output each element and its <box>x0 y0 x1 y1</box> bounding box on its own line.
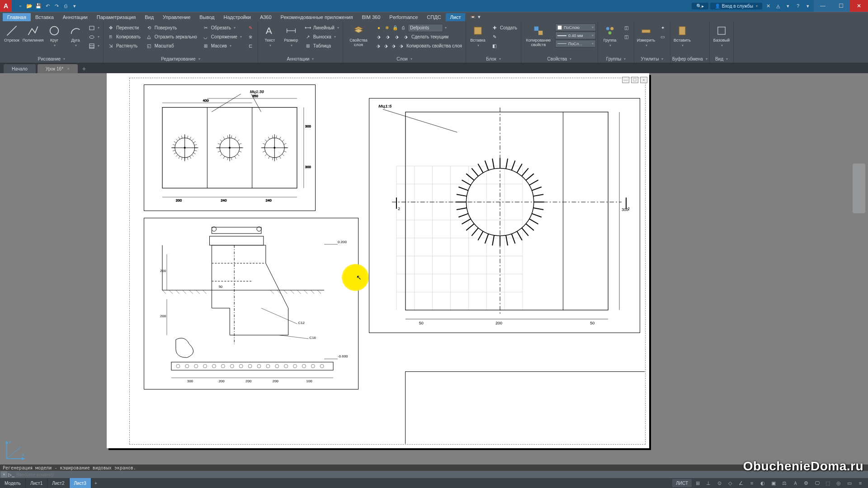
lw-icon[interactable]: ≡ <box>747 479 757 488</box>
tab-output[interactable]: Вывод <box>195 13 219 21</box>
command-input[interactable] <box>14 472 868 477</box>
match-props-button[interactable]: Копирование свойств <box>523 23 554 49</box>
doc-tab[interactable]: Урок 16*× <box>38 64 78 73</box>
fillet-button[interactable]: ◡Сопряжение▾ <box>200 33 244 41</box>
viewport-2[interactable]: 0.200 -0.600 C12 C16 50 300 200 200 200 … <box>144 218 359 389</box>
login-button[interactable]: 👤Вход в службы▾ <box>710 3 762 9</box>
qat-dropdown-icon[interactable]: ▾ <box>71 2 79 10</box>
freeze-icon[interactable]: ❄ <box>383 24 391 32</box>
layer-props-button[interactable]: Свойства слоя <box>345 23 372 49</box>
close-button[interactable]: ✕ <box>850 0 868 12</box>
plot-icon[interactable]: ⎙ <box>400 24 407 32</box>
tab-home[interactable]: Главная <box>3 13 31 21</box>
a360-icon[interactable]: ◬ <box>774 2 782 10</box>
rotate-button[interactable]: ⟲Повернуть <box>144 23 199 32</box>
layout-tab-1[interactable]: Лист1 <box>26 478 47 488</box>
viewport-4[interactable] <box>405 371 645 444</box>
tab-featured[interactable]: Рекомендованные приложения <box>276 13 358 21</box>
open-icon[interactable]: 📂 <box>25 2 33 10</box>
panel-view-title[interactable]: Вид▾ <box>712 55 731 63</box>
group-button[interactable]: Группа▾ <box>600 23 620 50</box>
arc-button[interactable]: Дуга▾ <box>66 23 85 50</box>
bulb-icon[interactable]: ● <box>375 24 382 32</box>
insert-block-button[interactable]: Вставка▾ <box>468 23 488 50</box>
viewport-3[interactable]: Мц1:5 <box>369 98 640 333</box>
array-button[interactable]: ⊞Массив▾ <box>200 42 244 50</box>
help-icon[interactable]: ? <box>794 2 802 10</box>
table-button[interactable]: ⊞Таблица <box>302 42 341 50</box>
tab-layout[interactable]: Лист <box>446 13 466 21</box>
baseview-button[interactable]: Базовый▾ <box>712 23 731 50</box>
panel-clip-title[interactable]: Буфер обмена▾ <box>672 55 708 63</box>
rect-icon[interactable]: ▾ <box>87 23 101 32</box>
new-icon[interactable]: ▫ <box>16 2 24 10</box>
space-mode-button[interactable]: ЛИСТ <box>672 479 692 487</box>
linear-dim-button[interactable]: ⟷Линейный▾ <box>302 23 341 32</box>
tab-manage[interactable]: Управление <box>158 13 195 21</box>
dimension-button[interactable]: Размер▾ <box>281 23 301 50</box>
clean-icon[interactable]: ▭ <box>844 479 854 488</box>
make-current-button[interactable]: ⬗⬗⬗⬗Сделать текущим <box>373 33 464 41</box>
grid-snap-icon[interactable]: ⊞ <box>693 479 703 488</box>
panel-layers-title[interactable]: Слои▾ <box>345 55 464 63</box>
tab-parametric[interactable]: Параметризация <box>92 13 140 21</box>
add-tab-button[interactable]: + <box>80 64 89 73</box>
start-tab[interactable]: Начало <box>4 64 36 73</box>
stretch-button[interactable]: ⇲Растянуть <box>105 42 142 50</box>
text-button[interactable]: AТекст▾ <box>260 23 280 50</box>
tab-plugin-icon[interactable]: 📼 ▾ <box>465 13 485 21</box>
tab-view[interactable]: Вид <box>140 13 158 21</box>
undo-icon[interactable]: ↶ <box>43 2 52 10</box>
viewport-1[interactable]: Мц1:30 400 350 300 <box>144 84 316 211</box>
paste-button[interactable]: Вставить▾ <box>672 23 692 50</box>
scale-icon[interactable]: ⚖ <box>779 479 789 488</box>
search-pill[interactable]: 🔍▸ <box>692 3 708 9</box>
ws-icon[interactable]: ⚙ <box>801 479 811 488</box>
vp-max-icon[interactable]: ☐ <box>631 77 638 83</box>
save-icon[interactable]: 💾 <box>34 2 42 10</box>
nav-bar[interactable] <box>853 164 865 213</box>
line-button[interactable]: Отрезок <box>2 23 22 44</box>
lock-icon[interactable]: 🔒 <box>392 24 399 32</box>
linetype-combo[interactable]: ПоСл...▾ <box>555 40 596 47</box>
vp-close-icon[interactable]: × <box>640 77 647 83</box>
iso-icon[interactable]: ⬚ <box>823 479 833 488</box>
ortho-icon[interactable]: ⊥ <box>703 479 713 488</box>
close-doc-icon[interactable]: × <box>67 66 70 71</box>
select-icon[interactable]: ▭ <box>657 33 668 41</box>
panel-draw-title[interactable]: Рисование▾ <box>2 55 101 63</box>
model-tab[interactable]: Модель <box>0 478 26 488</box>
polar-icon[interactable]: ⊙ <box>714 479 724 488</box>
qp-icon[interactable]: ▣ <box>769 479 778 488</box>
otrack-icon[interactable]: ∠ <box>736 479 746 488</box>
tab-a360[interactable]: A360 <box>255 13 276 21</box>
mirror-button[interactable]: ⧋Отразить зеркально <box>144 33 199 41</box>
explode-icon[interactable]: ※ <box>245 33 256 41</box>
layer-combo[interactable]: Defpoints <box>408 24 443 32</box>
cmd-close-icon[interactable]: × <box>1 471 7 478</box>
tab-addins[interactable]: Надстройки <box>219 13 255 21</box>
drawing-area[interactable]: — ☐ × Мц1:30 <box>0 73 868 465</box>
panel-block-title[interactable]: Блок▾ <box>468 55 519 63</box>
panel-annot-title[interactable]: Аннотации▾ <box>260 55 341 63</box>
layout-tab-2[interactable]: Лист2 <box>47 478 69 488</box>
point-icon[interactable]: ✦ <box>657 23 668 32</box>
tab-spds[interactable]: СПДС <box>422 13 445 21</box>
minimize-button[interactable]: — <box>814 0 832 12</box>
help-dropdown[interactable]: ▾ <box>784 2 792 10</box>
measure-button[interactable]: Измерить▾ <box>636 23 656 50</box>
custom-icon[interactable]: ≡ <box>855 479 865 488</box>
block-attr-icon[interactable]: ◧ <box>489 42 519 50</box>
lineweight-combo[interactable]: 0.40 мм▾ <box>555 32 596 39</box>
copy-button[interactable]: ⎘Копировать <box>105 33 142 41</box>
edit-block-icon[interactable]: ✎ <box>489 33 519 41</box>
app-icon[interactable]: A <box>0 0 12 12</box>
scale-button[interactable]: ◱Масштаб <box>144 42 199 50</box>
layout-add-button[interactable]: + <box>91 478 100 488</box>
panel-groups-title[interactable]: Группы▾ <box>600 55 632 63</box>
print-icon[interactable]: ⎙ <box>61 2 70 10</box>
tab-bim360[interactable]: BIM 360 <box>357 13 385 21</box>
maximize-button[interactable]: ☐ <box>832 0 850 12</box>
color-combo[interactable]: ПоСлою▾ <box>555 23 596 31</box>
panel-utils-title[interactable]: Утилиты▾ <box>636 55 668 63</box>
